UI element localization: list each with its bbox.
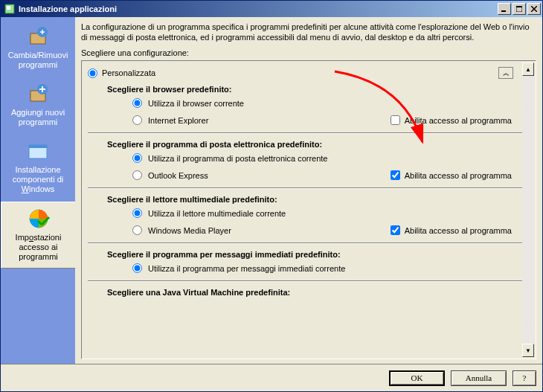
checkbox-access-wmp[interactable] <box>391 225 400 235</box>
radio-label: Utilizza il lettore multimediale corrent… <box>148 209 341 218</box>
radio-email-current[interactable] <box>132 153 142 163</box>
sidebar-item-add-new[interactable]: Aggiungi nuovi programmi <box>1 77 75 133</box>
sidebar: Cambia/Rimuovi programmi Aggiungi nuovi … <box>1 17 75 364</box>
radio-media-wmp[interactable] <box>132 225 142 235</box>
minimize-button[interactable] <box>498 3 511 15</box>
svg-rect-4 <box>516 6 522 7</box>
close-button[interactable] <box>527 3 541 15</box>
browser-current-row: Utilizza il browser corrente <box>132 98 531 108</box>
scroll-up-button[interactable]: ▲ <box>522 62 534 76</box>
im-current-row: Utilizza il programma per messaggi immed… <box>132 263 531 273</box>
window-title: Installazione applicazioni <box>19 4 498 13</box>
ok-button[interactable]: OK <box>389 370 445 386</box>
intro-text: La configurazione di un programma specif… <box>81 22 536 42</box>
section-title-im: Scegliere il programma per messaggi imme… <box>107 250 531 259</box>
sidebar-item-label: Impostazioni accesso ai programmi <box>4 233 72 262</box>
radio-browser-ie[interactable] <box>132 115 142 125</box>
section-title-email: Scegliere il programma di posta elettron… <box>107 140 531 149</box>
access-label: Abilita accesso al programma <box>405 116 512 125</box>
config-header: Personalizzata ︽ <box>88 67 531 79</box>
box-plus-icon <box>26 82 50 106</box>
radio-label: Utilizza il programma di posta elettroni… <box>148 154 341 163</box>
sidebar-item-change-remove[interactable]: Cambia/Rimuovi programmi <box>1 20 75 76</box>
program-defaults-icon <box>27 207 51 231</box>
radio-browser-current[interactable] <box>132 98 142 108</box>
email-oe-row: Outlook Express Abilita accesso al progr… <box>132 170 531 180</box>
svg-rect-1 <box>7 6 10 10</box>
config-label: Personalizzata <box>102 68 155 77</box>
checkbox-access-oe[interactable] <box>391 170 400 180</box>
window-buttons <box>498 3 541 15</box>
svg-rect-12 <box>29 145 47 148</box>
section-title-jvm: Scegliere una Java Virtual Machine prede… <box>107 288 531 297</box>
section-title-browser: Scegliere il browser predefinito: <box>107 85 531 94</box>
media-wmp-row: Windows Media Player Abilita accesso al … <box>132 225 531 235</box>
sidebar-item-label: Installazione componenti di Windows <box>4 165 72 194</box>
box-arrow-icon <box>26 25 50 48</box>
radio-label: Windows Media Player <box>148 226 341 235</box>
radio-label: Internet Explorer <box>148 116 341 125</box>
choose-config-label: Scegliere una configurazione: <box>81 48 536 57</box>
vertical-scrollbar[interactable]: ▲ ▼ <box>522 62 534 357</box>
section-title-media: Scegliere il lettore multimediale predef… <box>107 195 531 204</box>
app-icon <box>4 3 16 15</box>
titlebar[interactable]: Installazione applicazioni <box>1 1 542 17</box>
chevron-double-up-icon: ︽ <box>503 68 510 78</box>
scroll-down-button[interactable]: ▼ <box>522 344 534 357</box>
app-window: Installazione applicazioni Cambia/Rimuov… <box>0 0 543 392</box>
scroll-track[interactable] <box>522 76 534 344</box>
collapse-button[interactable]: ︽ <box>498 67 513 79</box>
media-current-row: Utilizza il lettore multimediale corrent… <box>132 208 531 218</box>
dialog-footer: OK Annulla ? <box>1 364 542 391</box>
sidebar-item-windows-components[interactable]: Installazione componenti di Windows <box>1 135 75 200</box>
svg-rect-2 <box>501 10 506 12</box>
divider <box>88 280 531 282</box>
access-label: Abilita accesso al programma <box>405 171 512 180</box>
main-panel: La configurazione di un programma specif… <box>75 17 542 364</box>
sidebar-item-label: Aggiungi nuovi programmi <box>4 108 72 127</box>
cancel-button[interactable]: Annulla <box>451 370 507 386</box>
divider <box>88 132 531 134</box>
config-radio-custom[interactable] <box>88 68 97 78</box>
help-button[interactable]: ? <box>513 370 536 386</box>
access-label: Abilita accesso al programma <box>405 226 512 235</box>
radio-email-oe[interactable] <box>132 170 142 180</box>
config-group: ▲ ▼ Personalizzata ︽ Scegliere il browse… <box>81 60 536 359</box>
maximize-button[interactable] <box>513 3 526 15</box>
checkbox-access-ie[interactable] <box>391 115 400 125</box>
browser-ie-row: Internet Explorer Abilita accesso al pro… <box>132 115 531 125</box>
radio-label: Outlook Express <box>148 171 341 180</box>
windows-box-icon <box>26 139 50 163</box>
sidebar-item-label: Cambia/Rimuovi programmi <box>4 51 72 70</box>
divider <box>88 187 531 189</box>
radio-label: Utilizza il browser corrente <box>148 99 341 108</box>
radio-label: Utilizza il programma per messaggi immed… <box>148 264 345 273</box>
sidebar-item-program-access[interactable]: Impostazioni accesso ai programmi <box>1 202 75 269</box>
radio-im-current[interactable] <box>132 263 142 273</box>
radio-media-current[interactable] <box>132 208 142 218</box>
divider <box>88 242 531 244</box>
window-body: Cambia/Rimuovi programmi Aggiungi nuovi … <box>1 17 542 364</box>
email-current-row: Utilizza il programma di posta elettroni… <box>132 153 531 163</box>
